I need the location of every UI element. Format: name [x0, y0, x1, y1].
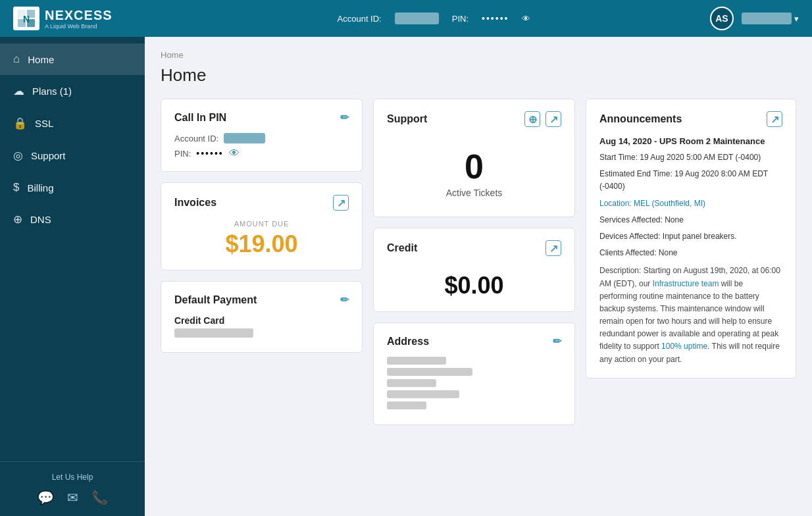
header-center: Account ID: ██████ PIN: •••••• 👁: [158, 13, 710, 24]
left-column: Call In PIN ✏ Account ID: ██████ PIN: ••…: [161, 99, 363, 353]
pin-toggle-icon[interactable]: 👁: [522, 14, 530, 24]
support-center: 0 Active Tickets: [387, 136, 561, 205]
announcement-description-text-2: will be performing routine maintenance t…: [599, 279, 778, 351]
edit-address-icon[interactable]: ✏: [553, 335, 561, 348]
addr-line-1: [387, 357, 446, 365]
call-in-pin-title: Call In PIN ✏: [174, 111, 349, 124]
support-title: Support ⊕ ↗: [387, 111, 561, 127]
sidebar-label-home: Home: [28, 54, 54, 65]
sidebar-item-billing[interactable]: $ Billing: [0, 172, 145, 203]
address-label: Address: [387, 336, 429, 348]
addr-line-4: [387, 390, 459, 398]
amount-due-value: $19.00: [174, 230, 349, 258]
account-id-label-card: Account ID:: [174, 134, 218, 143]
default-payment-label: Default Payment: [174, 294, 257, 306]
bottom-icons: 💬 ✉ 📞: [13, 490, 132, 505]
account-id-label: Account ID:: [338, 14, 382, 24]
announcement-start-time: Start Time: 19 Aug 2020 5:00 AM EDT (-04…: [599, 151, 782, 164]
let-us-help-label: Let Us Help: [13, 473, 132, 482]
amount-due-label: AMOUNT DUE: [174, 220, 349, 228]
support-icon: ◎: [13, 149, 23, 163]
sidebar-label-billing: Billing: [27, 182, 53, 194]
phone-icon[interactable]: 📞: [91, 490, 108, 505]
svg-text:N: N: [23, 14, 30, 24]
dns-icon: ⊕: [13, 213, 22, 226]
active-ticket-count: 0: [387, 149, 561, 184]
credit-label: Credit: [387, 242, 417, 254]
sidebar-item-home[interactable]: ⌂ Home: [0, 43, 145, 75]
invoices-external-link-icon[interactable]: ↗: [333, 195, 349, 211]
support-label: Support: [387, 113, 427, 125]
home-layout: Call In PIN ✏ Account ID: ██████ PIN: ••…: [161, 99, 796, 425]
announcement-devices: Devices Affected: Input panel breakers.: [599, 230, 782, 243]
billing-icon: $: [13, 181, 19, 194]
top-header: N NEXCESS A Liquid Web Brand Account ID:…: [0, 0, 812, 37]
address-card: Address ✏: [373, 322, 575, 425]
user-name: Ms. Blum...: [742, 13, 792, 24]
addr-line-2: [387, 368, 472, 376]
chevron-down-icon: ▾: [794, 14, 799, 24]
header-right: AS Ms. Blum... ▾: [710, 7, 799, 30]
support-external-link-icon[interactable]: ↗: [546, 111, 561, 127]
edit-pin-icon[interactable]: ✏: [340, 111, 349, 124]
app-body: ⌂ Home ☁ Plans (1) 🔒 SSL ◎ Support $ Bil…: [0, 37, 812, 516]
logo-sub: A Liquid Web Brand: [45, 23, 113, 30]
pin-value: ••••••: [482, 13, 509, 24]
invoices-card: Invoices ↗ AMOUNT DUE $19.00: [161, 182, 363, 271]
sidebar: ⌂ Home ☁ Plans (1) 🔒 SSL ◎ Support $ Bil…: [0, 37, 145, 516]
pin-dots-card: ••••••: [196, 148, 223, 159]
pin-label: PIN:: [452, 14, 469, 24]
uptime-link[interactable]: 100% uptime: [661, 342, 707, 351]
account-id-row: Account ID: ██████: [174, 133, 349, 143]
sidebar-item-ssl[interactable]: 🔒 SSL: [0, 107, 145, 140]
middle-column: Support ⊕ ↗ 0 Active Tickets Credit: [373, 99, 575, 425]
main-content: Home Home Call In PIN ✏ Account ID: ████…: [145, 37, 812, 516]
invoices-title: Invoices ↗: [174, 195, 349, 211]
support-add-icon[interactable]: ⊕: [524, 111, 540, 127]
pin-label-card: PIN:: [174, 149, 191, 159]
call-in-pin-card: Call In PIN ✏ Account ID: ██████ PIN: ••…: [161, 99, 363, 172]
announcements-label: Announcements: [599, 113, 682, 125]
mail-icon[interactable]: ✉: [67, 490, 78, 505]
infrastructure-link[interactable]: Infrastructure team: [653, 279, 719, 288]
announcements-title: Announcements ↗: [599, 111, 782, 127]
user-menu-button[interactable]: Ms. Blum... ▾: [742, 13, 799, 24]
chat-icon[interactable]: 💬: [38, 490, 54, 505]
logo-area: N NEXCESS A Liquid Web Brand: [13, 7, 158, 30]
credit-card: Credit ↗ $0.00: [373, 228, 575, 312]
announcements-panel: Announcements ↗ Aug 14, 2020 - UPS Room …: [586, 99, 796, 378]
payment-method-label: Credit Card: [174, 315, 349, 326]
lock-icon: 🔒: [13, 116, 27, 130]
default-payment-card: Default Payment ✏ Credit Card: [161, 281, 363, 353]
announcements-external-link-icon[interactable]: ↗: [767, 111, 782, 127]
active-tickets-label: Active Tickets: [387, 188, 561, 198]
announcement-end-time: Estimated End Time: 19 Aug 2020 8:00 AM …: [599, 168, 782, 193]
default-payment-title: Default Payment ✏: [174, 294, 349, 306]
sidebar-item-plans[interactable]: ☁ Plans (1): [0, 75, 145, 107]
announcement-location-link[interactable]: Location: MEL (Southfield, MI): [599, 199, 705, 208]
sidebar-item-support[interactable]: ◎ Support: [0, 140, 145, 172]
avatar: AS: [710, 7, 734, 30]
sidebar-item-dns[interactable]: ⊕ DNS: [0, 203, 145, 236]
credit-external-link-icon[interactable]: ↗: [546, 240, 561, 256]
payment-number-blurred: [174, 328, 253, 338]
sidebar-label-support: Support: [31, 150, 66, 161]
home-icon: ⌂: [13, 53, 20, 66]
announcement-heading: Aug 14, 2020 - UPS Room 2 Maintenance: [599, 136, 782, 146]
announcement-description: Description: Starting on August 19th, 20…: [599, 265, 782, 366]
edit-payment-icon[interactable]: ✏: [340, 294, 349, 306]
logo-icon: N: [13, 7, 39, 30]
addr-line-3: [387, 379, 436, 387]
call-in-pin-label: Call In PIN: [174, 112, 226, 124]
support-card-icons: ⊕ ↗: [524, 111, 561, 127]
credit-title: Credit ↗: [387, 240, 561, 256]
pin-row: PIN: •••••• 👁: [174, 147, 349, 159]
announcement-services: Services Affected: None: [599, 214, 782, 226]
announcement-location: Location: MEL (Southfield, MI): [599, 197, 782, 210]
cloud-icon: ☁: [13, 84, 24, 98]
pin-eye-card-icon[interactable]: 👁: [229, 147, 240, 159]
breadcrumb: Home: [161, 50, 796, 60]
sidebar-nav: ⌂ Home ☁ Plans (1) 🔒 SSL ◎ Support $ Bil…: [0, 37, 145, 461]
address-title: Address ✏: [387, 335, 561, 348]
sidebar-bottom: Let Us Help 💬 ✉ 📞: [0, 461, 145, 516]
